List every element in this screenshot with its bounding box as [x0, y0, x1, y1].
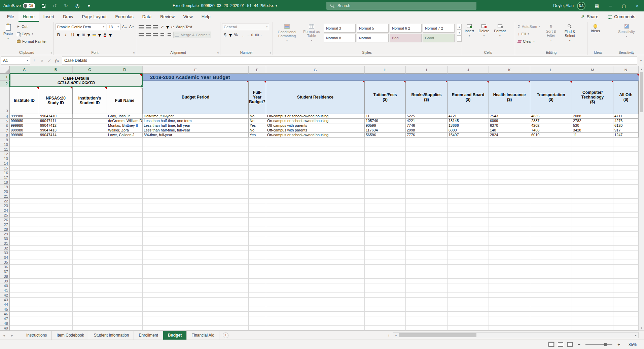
cell-M6[interactable]: 530 [572, 123, 613, 128]
format-cells-button[interactable]: Format▾ [492, 23, 507, 49]
insert-function-icon[interactable]: ƒx [53, 56, 61, 65]
cell-J4[interactable]: 4721 [448, 114, 489, 119]
paste-button[interactable]: Paste▾ [2, 23, 14, 49]
cell-C6[interactable] [73, 123, 107, 128]
cell-K6[interactable]: 6370 [489, 123, 530, 128]
cell-M7[interactable]: 3428 [572, 128, 613, 133]
header-M[interactable]: Computer/ Technology ($) [572, 81, 613, 114]
accounting-format-button[interactable]: $ [222, 32, 228, 38]
row-header-9[interactable]: 9 [0, 138, 10, 142]
orientation-button[interactable]: ↗ [159, 24, 165, 30]
formula-input[interactable]: Case Details [62, 56, 637, 65]
format-painter-button[interactable]: Format Painter [16, 38, 48, 45]
row-header-11[interactable]: 11 [0, 147, 10, 152]
cell-K8[interactable]: 2824 [489, 133, 530, 138]
cell-B6[interactable]: 99047412 [39, 123, 73, 128]
borders-dropdown-icon[interactable]: ▾ [87, 32, 90, 38]
increase-font-size-button[interactable]: A▲ [121, 24, 128, 30]
row-header-33[interactable]: 33 [0, 250, 10, 255]
cell-style-normal-5[interactable]: Normal 5 [357, 24, 389, 33]
enter-icon[interactable]: ✓ [46, 56, 53, 65]
font-size-select[interactable]: 13▾ [107, 24, 120, 30]
column-header-N[interactable]: N [613, 66, 639, 74]
ribbon-tab-help[interactable]: Help [197, 11, 215, 22]
row-header-40[interactable]: 40 [0, 283, 10, 288]
percent-style-button[interactable]: % [233, 32, 239, 38]
row-header-32[interactable]: 32 [0, 246, 10, 250]
cell-H5[interactable]: 105746 [365, 119, 406, 123]
undo-button[interactable]: ↺ [51, 2, 58, 9]
ribbon-tab-insert[interactable]: Insert [39, 11, 59, 22]
row-header-37[interactable]: 37 [0, 269, 10, 274]
cell-I6[interactable]: 7746 [406, 123, 448, 128]
delete-cells-button[interactable]: Delete▾ [477, 23, 491, 49]
row-header-20[interactable]: 20 [0, 189, 10, 194]
underline-button[interactable]: U [70, 32, 76, 38]
case-details-cell[interactable]: Case DetailsCELLS ARE LOCKED [10, 74, 143, 87]
cell-M4[interactable]: 2088 [572, 114, 613, 119]
cell-D4[interactable]: Gray, Josh Jr. [107, 114, 143, 119]
row-header-6[interactable]: 6 [0, 123, 10, 128]
row-header-31[interactable]: 31 [0, 241, 10, 246]
row-header-16[interactable]: 16 [0, 170, 10, 175]
column-header-C[interactable]: C [73, 66, 107, 74]
row-header-25[interactable]: 25 [0, 213, 10, 218]
row-header-8[interactable]: 8 [0, 133, 10, 138]
accounting-dropdown-icon[interactable]: ▾ [229, 32, 232, 38]
cell-L7[interactable]: 7466 [530, 128, 572, 133]
row-header-23[interactable]: 23 [0, 203, 10, 208]
conditional-formatting-button[interactable]: Conditional Formatting▾ [275, 23, 299, 49]
cell-J7[interactable]: 6880 [448, 128, 489, 133]
header-B[interactable]: NPSAS:20 Study ID [39, 87, 73, 114]
cell-G6[interactable]: Off-campus with parents [266, 123, 365, 128]
column-header-K[interactable]: K [489, 66, 530, 74]
cell-C7[interactable] [73, 128, 107, 133]
cell-C4[interactable] [73, 114, 107, 119]
row-header-22[interactable]: 22 [0, 199, 10, 203]
column-header-G[interactable]: G [266, 66, 365, 74]
row-header-13[interactable]: 13 [0, 156, 10, 161]
gallery-down-icon[interactable]: ▾ [457, 30, 462, 36]
row-header-47[interactable]: 47 [0, 316, 10, 321]
cell-A7[interactable]: 999980 [10, 128, 39, 133]
font-name-select[interactable]: Franklin Gothic Dem▾ [56, 24, 106, 30]
row-header-1[interactable]: 1 [0, 74, 10, 81]
zoom-in-button[interactable]: + [616, 342, 621, 347]
namebox-splitter[interactable]: ⋮ [30, 58, 38, 63]
row-header-44[interactable]: 44 [0, 302, 10, 307]
font-color-button[interactable]: A [102, 32, 108, 38]
cut-button[interactable]: ✂Cut [16, 23, 48, 30]
italic-button[interactable]: I [63, 32, 69, 38]
autosave-toggle[interactable]: AutoSave Off [3, 3, 35, 8]
cell-J5[interactable]: 18145 [448, 119, 489, 123]
ribbon-tab-formulas[interactable]: Formulas [111, 11, 138, 22]
cell-F6[interactable]: Yes [249, 123, 266, 128]
align-right-button[interactable] [152, 32, 158, 38]
cell-A6[interactable]: 999980 [10, 123, 39, 128]
sensitivity-button[interactable]: Sensitivity▾ [616, 23, 637, 49]
ribbon-tab-review[interactable]: Review [156, 11, 179, 22]
cell-L6[interactable]: 4202 [530, 123, 572, 128]
ribbon-display-options-button[interactable]: ▦ [590, 0, 604, 11]
sheet-tab-enrollment[interactable]: Enrollment [134, 331, 163, 340]
wrap-text-button[interactable]: ↩Wrap Text [170, 24, 193, 30]
cell-G7[interactable]: Off-campus with parents [266, 128, 365, 133]
zoom-out-button[interactable]: − [577, 342, 581, 347]
sheet-tab-budget[interactable]: Budget [163, 331, 187, 340]
cell-F7[interactable]: No [249, 128, 266, 133]
cell-style-normal-8[interactable]: Normal 8 [324, 34, 356, 42]
header-D[interactable]: Full Name [107, 87, 143, 114]
user-name[interactable]: Doyle, Alan [553, 3, 574, 8]
page-break-view-button[interactable] [567, 342, 573, 347]
header-C[interactable]: Institution's Student ID [73, 87, 107, 114]
select-all-corner[interactable] [0, 66, 10, 74]
cell-A8[interactable]: 999980 [10, 133, 39, 138]
cell-M5[interactable]: 2782 [572, 119, 613, 123]
cell-K7[interactable]: 140 [489, 128, 530, 133]
column-header-J[interactable]: J [448, 66, 489, 74]
sheet-tab-financial-aid[interactable]: Financial Aid [187, 331, 219, 340]
scroll-up-icon[interactable]: ▴ [639, 66, 644, 72]
horizontal-scrollbar[interactable]: ◂ ▸ [393, 332, 639, 338]
cell-G8[interactable]: On-campus or school-owned housing [266, 133, 365, 138]
tabbar-splitter[interactable]: ⋮ [387, 331, 391, 340]
